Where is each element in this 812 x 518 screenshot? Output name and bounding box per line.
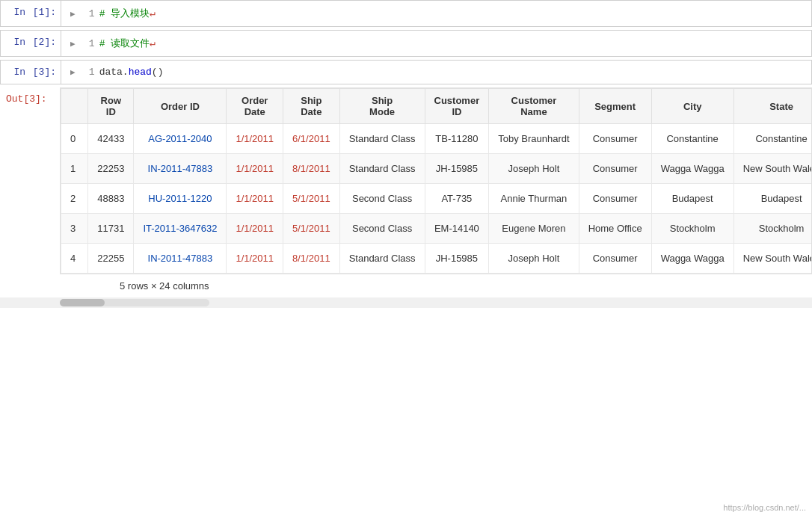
col-row-id: RowID bbox=[88, 89, 134, 124]
cell-3-content[interactable]: ▶ 1 data.head() bbox=[61, 61, 811, 84]
table-cell: Consumer bbox=[579, 244, 651, 274]
code-line-1-1: ▶ 1 # 导入模块↵ bbox=[70, 7, 802, 20]
col-customer-name: CustomerName bbox=[489, 89, 579, 124]
table-cell: Joseph Holt bbox=[489, 154, 579, 184]
table-cell: Constantine bbox=[733, 124, 812, 154]
table-cell: New South Wales bbox=[733, 244, 812, 274]
scrollbar-row[interactable] bbox=[0, 297, 812, 308]
table-cell: IT-2011-3647632 bbox=[134, 214, 227, 244]
footer-text: 5 rows × 24 columns bbox=[120, 280, 209, 292]
col-customer-id: CustomerID bbox=[425, 89, 489, 124]
code-line-2-1: ▶ 1 # 读取文件↵ bbox=[70, 37, 802, 50]
arrow-1: ↵ bbox=[150, 8, 156, 19]
table-cell: Budapest bbox=[651, 184, 733, 214]
output-content: RowID Order ID OrderDate ShipDate ShipMo… bbox=[60, 87, 812, 295]
arrow-2: ↵ bbox=[150, 38, 156, 49]
code-text-1-1: # 导入模块↵ bbox=[99, 7, 156, 20]
table-cell: 6/1/2011 bbox=[283, 124, 340, 154]
cell-2-content[interactable]: ▶ 1 # 读取文件↵ bbox=[61, 31, 811, 56]
line-num-2-1: 1 bbox=[81, 38, 95, 49]
table-header-row: RowID Order ID OrderDate ShipDate ShipMo… bbox=[61, 89, 813, 124]
table-cell: 5/1/2011 bbox=[283, 214, 340, 244]
table-cell: Consumer bbox=[579, 184, 651, 214]
table-cell: 8/1/2011 bbox=[283, 154, 340, 184]
table-row: 122253IN-2011-478831/1/20118/1/2011Stand… bbox=[61, 154, 813, 184]
cell-3-gutter: In [3]: bbox=[1, 61, 61, 84]
table-cell: 4 bbox=[61, 244, 88, 274]
table-cell: Second Class bbox=[339, 214, 425, 244]
footer-note: 5 rows × 24 columns bbox=[60, 274, 812, 295]
table-cell: 0 bbox=[61, 124, 88, 154]
cell-3: In [3]: ▶ 1 data.head() bbox=[0, 60, 812, 84]
table-cell: JH-15985 bbox=[425, 154, 489, 184]
code-func: head bbox=[129, 67, 152, 78]
col-empty bbox=[61, 89, 88, 124]
scrollbar-thumb[interactable] bbox=[60, 299, 105, 306]
table-cell: IN-2011-47883 bbox=[134, 244, 227, 274]
table-cell: 5/1/2011 bbox=[283, 184, 340, 214]
in-num-3: [3]: bbox=[27, 67, 56, 78]
col-segment: Segment bbox=[579, 89, 651, 124]
table-row: 422255IN-2011-478831/1/20118/1/2011Stand… bbox=[61, 244, 813, 274]
in-label-3: In bbox=[13, 67, 25, 78]
in-label-2: In bbox=[13, 37, 25, 48]
table-cell: Toby Braunhardt bbox=[489, 124, 579, 154]
in-label-1: In bbox=[13, 7, 25, 18]
table-cell: Stockholm bbox=[733, 214, 812, 244]
code-data: data. bbox=[99, 67, 129, 78]
df-table-wrap[interactable]: RowID Order ID OrderDate ShipDate ShipMo… bbox=[60, 87, 812, 274]
table-cell: Wagga Wagga bbox=[651, 244, 733, 274]
comment-2: # 读取文件 bbox=[99, 38, 150, 49]
table-cell: 1/1/2011 bbox=[227, 124, 283, 154]
cell-1: In [1]: ▶ 1 # 导入模块↵ bbox=[0, 0, 812, 27]
run-btn-1[interactable]: ▶ bbox=[70, 9, 76, 19]
table-cell: 1/1/2011 bbox=[227, 244, 283, 274]
in-num-2: [2]: bbox=[27, 37, 56, 48]
table-cell: 2 bbox=[61, 184, 88, 214]
table-cell: Home Office bbox=[579, 214, 651, 244]
line-num-3-1: 1 bbox=[81, 67, 95, 78]
col-ship-date: ShipDate bbox=[283, 89, 340, 124]
table-cell: 42433 bbox=[88, 124, 134, 154]
table-cell: Constantine bbox=[651, 124, 733, 154]
notebook: In [1]: ▶ 1 # 导入模块↵ In [2]: ▶ 1 bbox=[0, 0, 812, 308]
run-btn-2[interactable]: ▶ bbox=[70, 39, 76, 49]
table-cell: 1/1/2011 bbox=[227, 184, 283, 214]
df-table: RowID Order ID OrderDate ShipDate ShipMo… bbox=[61, 88, 812, 274]
table-cell: 1 bbox=[61, 154, 88, 184]
cell-1-content[interactable]: ▶ 1 # 导入模块↵ bbox=[61, 1, 811, 26]
table-row: 248883HU-2011-12201/1/20115/1/2011Second… bbox=[61, 184, 813, 214]
table-cell: AG-2011-2040 bbox=[134, 124, 227, 154]
run-btn-3[interactable]: ▶ bbox=[70, 67, 76, 77]
table-cell: Stockholm bbox=[651, 214, 733, 244]
col-ship-mode: ShipMode bbox=[339, 89, 425, 124]
cell-2-gutter: In [2]: bbox=[1, 31, 61, 56]
table-cell: IN-2011-47883 bbox=[134, 154, 227, 184]
in-num-1: [1]: bbox=[27, 7, 56, 18]
table-row: 042433AG-2011-20401/1/20116/1/2011Standa… bbox=[61, 124, 813, 154]
table-cell: 1/1/2011 bbox=[227, 214, 283, 244]
table-cell: AT-735 bbox=[425, 184, 489, 214]
code-text-3-1: data.head() bbox=[99, 67, 164, 78]
table-cell: Consumer bbox=[579, 154, 651, 184]
cell-1-gutter: In [1]: bbox=[1, 1, 61, 26]
table-cell: 1/1/2011 bbox=[227, 154, 283, 184]
line-num-1-1: 1 bbox=[81, 8, 95, 19]
table-cell: Standard Class bbox=[339, 124, 425, 154]
table-row: 311731IT-2011-36476321/1/20115/1/2011Sec… bbox=[61, 214, 813, 244]
table-cell: Consumer bbox=[579, 124, 651, 154]
df-tbody: 042433AG-2011-20401/1/20116/1/2011Standa… bbox=[61, 124, 813, 274]
table-cell: 3 bbox=[61, 214, 88, 244]
table-cell: Wagga Wagga bbox=[651, 154, 733, 184]
col-state: State bbox=[733, 89, 812, 124]
out-label: Out[3]: bbox=[6, 93, 47, 105]
table-cell: Second Class bbox=[339, 184, 425, 214]
table-cell: Annie Thurman bbox=[489, 184, 579, 214]
code-line-3-1: ▶ 1 data.head() bbox=[70, 67, 802, 78]
table-cell: Eugene Moren bbox=[489, 214, 579, 244]
scrollbar-track[interactable] bbox=[60, 299, 209, 306]
table-cell: Joseph Holt bbox=[489, 244, 579, 274]
table-cell: JH-15985 bbox=[425, 244, 489, 274]
col-order-date: OrderDate bbox=[227, 89, 283, 124]
table-cell: 22253 bbox=[88, 154, 134, 184]
